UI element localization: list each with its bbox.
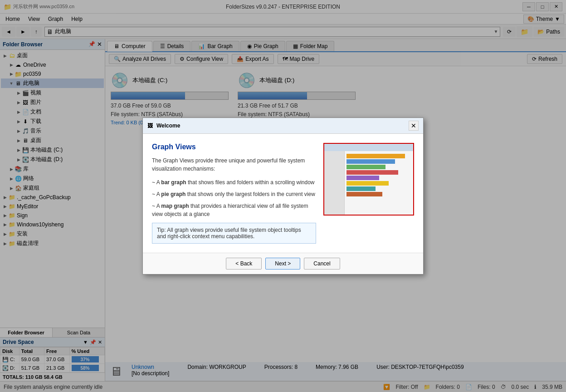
modal-title: 🖼 Welcome [147, 122, 180, 129]
modal-footer: < Back Next > Cancel [143, 253, 423, 274]
modal-body: Graph Views The Graph Views provide thre… [143, 134, 423, 253]
modal-heading: Graph Views [152, 143, 316, 151]
modal-cancel-button[interactable]: Cancel [304, 258, 340, 270]
modal-next-button[interactable]: Next > [265, 258, 300, 270]
modal-title-text: Welcome [156, 122, 180, 129]
modal-bullet-1: ~ A pie graph that shows only the larges… [152, 190, 316, 198]
modal-overlay: 🖼 Welcome ✕ Graph Views The Graph Views … [0, 0, 566, 392]
modal-icon: 🖼 [147, 122, 153, 129]
modal-title-bar: 🖼 Welcome ✕ [143, 118, 423, 134]
modal-bullet-0: ~ A bar graph that shows files and folde… [152, 178, 316, 186]
modal-screenshot [323, 143, 414, 216]
modal-text: Graph Views The Graph Views provide thre… [152, 143, 316, 244]
welcome-modal: 🖼 Welcome ✕ Graph Views The Graph Views … [142, 118, 424, 274]
modal-back-button[interactable]: < Back [226, 258, 262, 270]
modal-tip: Tip: All graph views provide useful file… [152, 223, 316, 244]
modal-close-button[interactable]: ✕ [409, 121, 419, 131]
modal-image-area [323, 143, 414, 244]
modal-bullet-2: ~ A map graph that provides a hierarchic… [152, 202, 316, 218]
modal-description: The Graph Views provide three unique and… [152, 157, 316, 173]
